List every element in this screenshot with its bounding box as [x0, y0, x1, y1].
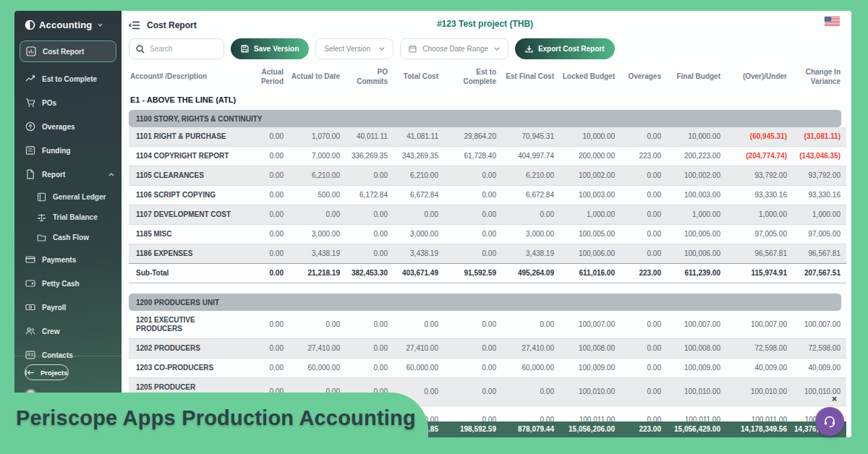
sidebar-item-cost-report[interactable]: Cost Report	[20, 40, 116, 62]
table-row[interactable]: 1107 DEVELOPMENT COST0.000.000.000.000.0…	[129, 205, 846, 225]
chevron-down-icon	[98, 23, 103, 27]
amount-cell: 878,079.44	[502, 421, 560, 437]
banner-text: Periscope Apps Production Accounting	[16, 406, 428, 430]
sidebar-item-report[interactable]: Report	[14, 165, 122, 184]
column-header[interactable]: (Over)/Under	[726, 64, 793, 90]
amount-cell: 3,000.00	[393, 225, 444, 244]
amount-cell: 7,000.00	[289, 147, 346, 166]
amount-cell: 0.00	[237, 339, 289, 359]
amount-cell: 41,081.11	[393, 127, 444, 147]
column-header[interactable]: Final Budget	[667, 64, 726, 90]
amount-cell: 0.00	[621, 378, 667, 406]
column-header[interactable]: PO Commits	[346, 64, 393, 90]
amount-cell: 6,672.84	[502, 186, 560, 205]
group-header-bar[interactable]: 1200 PRODUCERS UNIT	[129, 294, 841, 311]
sidebar-item-pos[interactable]: POs	[14, 93, 122, 112]
amount-cell: 0.00	[346, 205, 393, 225]
table-row[interactable]: 1104 COPYRIGHT REPORT0.007,000.00336,269…	[129, 147, 846, 166]
account-description-cell: 1101 RIGHT & PURCHASE	[129, 127, 237, 147]
save-version-button[interactable]: Save Version	[231, 38, 309, 59]
sidebar-collapse-icon[interactable]	[129, 21, 140, 30]
table-row[interactable]: 1186 EXPENSES0.003,438.190.003,438.190.0…	[129, 244, 846, 264]
table-row[interactable]: 1185 MISC0.003,000.000.003,000.000.003,0…	[129, 225, 846, 244]
brand-logo[interactable]: Accounting	[14, 11, 122, 36]
date-range-dropdown[interactable]: Choose Date Range	[400, 38, 509, 59]
sidebar-item-overages[interactable]: Overages	[14, 117, 122, 136]
sidebar-item-payroll[interactable]: Payroll	[14, 298, 122, 317]
column-header[interactable]: Overages	[621, 64, 667, 90]
search-box[interactable]	[129, 38, 224, 59]
sidebar-item-general-ledger[interactable]: General Ledger	[14, 189, 122, 205]
select-version-dropdown[interactable]: Select Version	[315, 38, 393, 59]
sidebar-item-cash-flow[interactable]: Cash Flow	[14, 229, 122, 245]
amount-cell: 93,792.00	[793, 166, 846, 186]
folder-icon	[37, 233, 46, 242]
group-header-bar[interactable]: 1100 STORY, RIGHTS & CONTINUITY	[129, 110, 841, 127]
account-description-cell: 1104 COPYRIGHT REPORT	[129, 147, 237, 166]
projects-button[interactable]: Projects	[25, 364, 69, 380]
amount-cell: 200,000.00	[560, 147, 621, 166]
amount-cell: 27,410.00	[502, 339, 560, 359]
column-header[interactable]: Actual to Date	[289, 64, 346, 90]
column-header[interactable]: Actual Period	[237, 64, 289, 90]
amount-cell: 3,438.19	[502, 244, 560, 264]
amount-cell: 0.00	[237, 225, 289, 244]
table-row[interactable]: 1201 EXECUTIVE PRODUCERS0.000.000.000.00…	[129, 311, 846, 339]
amount-cell: 223.00	[621, 421, 667, 437]
amount-cell: 382,453.30	[346, 264, 393, 283]
sidebar-item-label: General Ledger	[53, 193, 106, 201]
table-row[interactable]: 1202 PRODUCERS0.0027,410.000.0027,410.00…	[129, 339, 846, 359]
trend-icon	[25, 74, 35, 84]
sidebar-item-est-to-complete[interactable]: Est to Complete	[14, 69, 122, 88]
amount-cell: 0.00	[444, 186, 502, 205]
column-header[interactable]: Est Final Cost	[502, 64, 560, 90]
account-description-cell: Sub-Total	[129, 264, 237, 283]
amount-cell: 0.00	[444, 359, 502, 378]
table-row[interactable]: 1203 CO-PRODUCERS0.0060,000.000.0060,000…	[129, 359, 846, 378]
amount-cell: 96,567.81	[726, 244, 793, 264]
export-cost-report-button[interactable]: Export Cost Report	[515, 38, 615, 59]
sidebar-item-funding[interactable]: Funding	[14, 141, 122, 160]
amount-cell: 336,269.35	[346, 147, 393, 166]
amount-cell: (204,774.74)	[726, 147, 793, 166]
table-row[interactable]: 1105 CLEARANCES0.006,210.000.006,210.000…	[129, 166, 846, 186]
amount-cell: 0.00	[237, 186, 289, 205]
banknote-icon	[25, 302, 35, 312]
search-input[interactable]	[150, 45, 215, 53]
account-description-cell: 1203 CO-PRODUCERS	[129, 359, 237, 378]
column-header[interactable]: Account# /Description	[129, 64, 237, 90]
close-icon[interactable]: ×	[832, 395, 837, 403]
us-flag-icon[interactable]	[825, 17, 840, 26]
amount-cell: 10,000.00	[560, 127, 621, 147]
amount-cell: (60,945.31)	[726, 127, 793, 147]
amount-cell: 100,007.00	[726, 311, 793, 339]
sidebar-item-label: Crew	[42, 327, 59, 335]
amount-cell: 3,438.19	[393, 244, 444, 264]
sidebar-item-trial-balance[interactable]: Trial Balance	[14, 209, 122, 225]
credit-card-icon	[25, 254, 35, 265]
ledger-icon	[25, 145, 35, 155]
sidebar-item-petty-cash[interactable]: Petty Cash	[14, 274, 122, 293]
account-description-cell: 1186 EXPENSES	[129, 244, 237, 264]
amount-cell: 6,672.84	[393, 186, 444, 205]
amount-cell: 0.00	[289, 205, 346, 225]
column-header[interactable]: Total Cost	[393, 64, 444, 90]
calendar-icon	[409, 45, 417, 53]
amount-cell: 96,567.81	[793, 244, 846, 264]
chat-support-button[interactable]	[815, 407, 844, 436]
amount-cell: 611,016.00	[560, 264, 621, 283]
column-header[interactable]: Locked Budget	[560, 64, 621, 90]
table-row[interactable]: 1106 SCRIPT COPYING0.00500.006,172.846,6…	[129, 186, 846, 205]
amount-cell: 0.00	[444, 225, 502, 244]
column-header[interactable]: Change In Variance	[793, 64, 846, 90]
sidebar-item-crew[interactable]: Crew	[14, 322, 122, 340]
amount-cell: 97,005.00	[726, 225, 793, 244]
headset-icon	[822, 414, 837, 429]
table-row[interactable]: 1101 RIGHT & PURCHASE0.001,070.0040,011.…	[129, 127, 846, 147]
amount-cell: 0.00	[237, 359, 289, 378]
column-header[interactable]: Est to Complete	[444, 64, 502, 90]
sidebar-item-payments[interactable]: Payments	[14, 250, 122, 269]
amount-cell: 100,002.00	[667, 166, 726, 186]
amount-cell: 3,000.00	[289, 225, 346, 244]
amount-cell: 0.00	[289, 311, 346, 339]
